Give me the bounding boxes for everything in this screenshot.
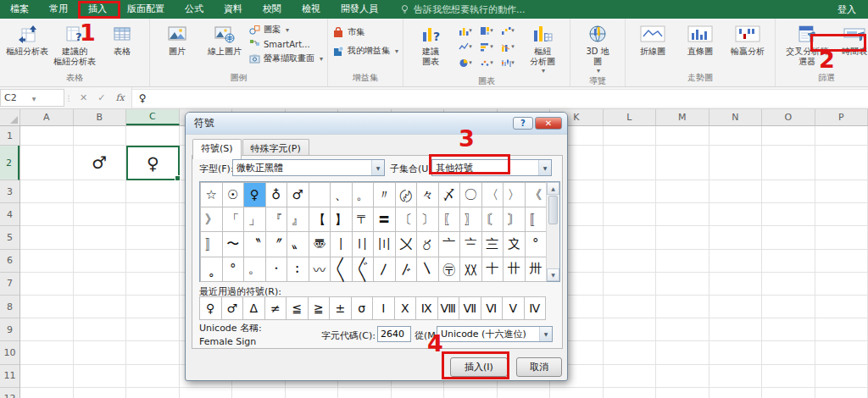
sparkline-winloss-button[interactable]: 輸贏分析 — [725, 21, 771, 57]
cell-B6[interactable] — [74, 250, 127, 273]
cell-L3[interactable] — [604, 180, 657, 203]
font-select[interactable]: 微軟正黑體 — [232, 159, 385, 176]
recent-symbol-cell[interactable]: Ⅴ — [502, 296, 525, 320]
recent-symbol-cell[interactable]: Ⅵ — [481, 296, 504, 320]
cell-P9[interactable] — [815, 318, 868, 341]
symbol-cell[interactable]: 〆 — [438, 182, 461, 207]
row-header[interactable]: 1 — [0, 126, 19, 146]
bar-chart-button[interactable] — [476, 39, 497, 54]
cell-M10[interactable] — [656, 341, 709, 364]
symbol-cell[interactable]: 〒 — [352, 207, 375, 232]
recent-symbol-cell[interactable]: ≦ — [286, 296, 309, 320]
symbol-cell[interactable]: 「 — [222, 207, 245, 232]
cell-H12[interactable] — [392, 388, 445, 398]
symbol-cell[interactable]: 〲 — [352, 257, 375, 282]
cell-P12[interactable] — [815, 388, 868, 398]
sparkline-line-button[interactable]: 折線圖 — [630, 21, 676, 57]
symbol-cell[interactable]: 〙 — [503, 207, 526, 232]
cell-L9[interactable] — [604, 318, 657, 341]
cell-C11[interactable] — [126, 365, 180, 388]
column-header[interactable]: A — [20, 109, 74, 125]
symbol-cell[interactable]: 〕 — [416, 207, 439, 232]
cell-L2[interactable] — [604, 146, 657, 180]
smartart-button[interactable]: SmartArt... — [249, 39, 323, 49]
symbol-cell[interactable]: 』 — [287, 207, 309, 232]
cell-G12[interactable] — [338, 388, 392, 398]
symbol-cell[interactable]: ☆ — [200, 182, 223, 207]
symbol-cell[interactable]: 〔 — [395, 207, 418, 232]
help-button[interactable]: ? — [513, 117, 533, 130]
cell-B4[interactable] — [74, 203, 127, 226]
cell-B8[interactable] — [74, 296, 127, 318]
cell-C9[interactable] — [126, 318, 180, 341]
cell-N8[interactable] — [709, 296, 763, 318]
symbol-cell[interactable]: 〥 — [416, 231, 439, 257]
cell-C10[interactable] — [126, 341, 180, 364]
symbol-cell[interactable]: 】 — [330, 207, 353, 232]
recent-symbol-cell[interactable]: Δ — [242, 296, 265, 320]
recent-symbol-cell[interactable]: ≠ — [264, 296, 287, 320]
cell-P7[interactable] — [815, 273, 868, 296]
ribbon-tab[interactable]: 開發人員 — [331, 0, 388, 19]
cell-O6[interactable] — [762, 250, 815, 273]
sparkline-column-button[interactable]: 直條圖 — [677, 21, 723, 57]
symbol-cell[interactable]: ° — [525, 231, 548, 257]
cell-B5[interactable] — [74, 226, 127, 249]
column-header[interactable]: C — [126, 109, 180, 125]
symbol-cell[interactable]: 〈 — [481, 182, 504, 207]
combo-chart-button[interactable] — [498, 39, 518, 54]
table-button[interactable]: 表格 — [99, 21, 145, 57]
cell-A2[interactable] — [20, 146, 74, 180]
pivot-chart-button[interactable]: 樞紐 分析圖 — [520, 21, 565, 75]
scroll-up-icon[interactable] — [547, 182, 559, 195]
recent-symbol-cell[interactable]: ♀ — [199, 296, 222, 320]
ribbon-tab[interactable]: 插入 — [78, 0, 117, 19]
symbol-cell[interactable]: ˳ — [200, 257, 223, 282]
symbol-cell[interactable]: 〣 — [373, 231, 396, 257]
symbol-cell[interactable]: 〚 — [525, 207, 548, 232]
column-header[interactable]: B — [74, 109, 127, 125]
symbol-cell[interactable]: 〡 — [330, 231, 353, 257]
recent-symbol-cell[interactable]: ≧ — [308, 296, 331, 320]
symbol-cell[interactable]: 〓 — [373, 207, 396, 232]
cell-L12[interactable] — [604, 388, 657, 398]
row-header[interactable]: 8 — [0, 296, 19, 318]
symbol-cell[interactable]: 〟 — [287, 231, 309, 257]
cell-L4[interactable] — [604, 203, 657, 226]
symbol-cell[interactable]: 〹 — [503, 257, 526, 282]
symbol-cell[interactable]: 〝 — [243, 231, 266, 257]
cell-A3[interactable] — [20, 180, 74, 203]
cell-P3[interactable] — [815, 180, 868, 203]
symbol-cell[interactable]: 々 — [416, 182, 439, 207]
line-chart-button[interactable] — [455, 39, 476, 54]
timeline-button[interactable]: 時間表 — [836, 21, 868, 57]
symbol-cell[interactable]: 〷 — [459, 257, 482, 282]
symbol-cell[interactable]: 〺 — [525, 257, 548, 282]
my-addins-button[interactable]: 我的增益集 — [332, 45, 398, 57]
column-header[interactable]: L — [604, 109, 657, 125]
dropdown-icon[interactable] — [539, 327, 552, 341]
ribbon-tab[interactable]: 常用 — [39, 0, 78, 19]
cell-O2[interactable] — [762, 146, 815, 180]
cell-A9[interactable] — [20, 318, 74, 341]
cell-C1[interactable] — [126, 126, 180, 146]
cell-B1[interactable] — [74, 126, 127, 146]
subset-select[interactable]: 其他符號 — [431, 159, 552, 176]
cell-N10[interactable] — [709, 341, 763, 364]
symbol-cell[interactable]: 〃 — [373, 182, 396, 207]
cell-F12[interactable] — [286, 388, 339, 398]
symbol-cell[interactable]: 〦 — [438, 231, 461, 257]
symbol-cell[interactable] — [309, 182, 331, 207]
symbol-cell[interactable]: 〸 — [481, 257, 504, 282]
cell-L5[interactable] — [604, 226, 657, 249]
close-icon[interactable]: ✕ — [535, 117, 562, 130]
waterfall-chart-button[interactable] — [498, 23, 518, 38]
symbol-cell[interactable]: 」 — [243, 207, 266, 232]
cell-A11[interactable] — [20, 365, 74, 388]
ribbon-tab[interactable]: 校閱 — [253, 0, 292, 19]
formula-input[interactable]: ♀ — [132, 89, 868, 107]
pictures-button[interactable]: 圖片 — [154, 21, 200, 57]
dialog-tab[interactable]: 符號(S) — [192, 139, 242, 159]
symbol-cell[interactable]: ︰ — [287, 257, 309, 282]
cell-P8[interactable] — [815, 296, 868, 318]
